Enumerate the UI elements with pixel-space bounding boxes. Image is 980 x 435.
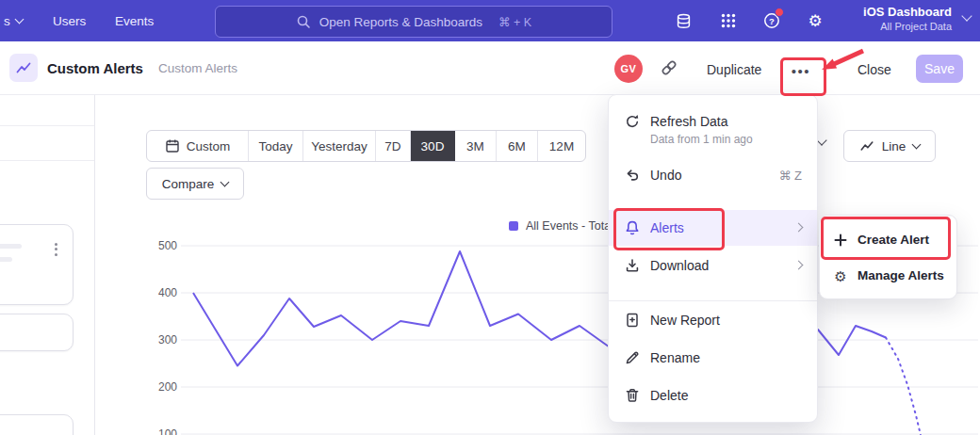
search-icon (296, 14, 311, 29)
menu-item-alerts[interactable]: Alerts (609, 210, 817, 246)
help-button[interactable]: ? (760, 8, 784, 33)
gear-icon: ⚙ (808, 13, 822, 29)
menu-item-label: New Report (650, 313, 720, 328)
date-range-today[interactable]: Today (249, 131, 303, 161)
duplicate-button[interactable]: Duplicate (707, 62, 761, 77)
menu-item-delete[interactable]: Delete (609, 378, 817, 413)
sidebar-divider (0, 125, 94, 126)
save-button[interactable]: Save (916, 55, 963, 83)
chart-type-button[interactable]: Line (843, 130, 936, 162)
date-range-yesterday[interactable]: Yesterday (303, 131, 376, 161)
nav-item-users[interactable]: Users (53, 0, 86, 41)
sidebar-card-line (0, 244, 22, 249)
app-window: s Users Events Open Reports & Dashboards… (0, 0, 980, 435)
line-chart-icon (859, 138, 874, 153)
undo-icon (624, 167, 641, 184)
settings-button[interactable]: ⚙ (803, 8, 827, 33)
pencil-icon (624, 349, 641, 366)
new-report-icon (624, 312, 641, 329)
sidebar-card[interactable] (0, 414, 74, 435)
date-range-7d[interactable]: 7D (376, 131, 411, 161)
svg-text:?: ? (769, 16, 775, 26)
menu-item-label: Rename (650, 350, 700, 365)
line-chart-icon (15, 59, 32, 76)
report-type-icon (9, 54, 38, 82)
apps-grid-button[interactable] (716, 8, 741, 33)
sidebar-card[interactable] (0, 224, 74, 305)
menu-item-label: Download (650, 258, 709, 273)
download-icon (624, 257, 641, 274)
search-shortcut-hint: ⌘ + K (498, 15, 531, 29)
plus-icon (833, 233, 848, 248)
avatar[interactable]: GV (614, 55, 643, 83)
date-range-label: 6M (508, 139, 526, 153)
nav-item-partial-label: s (4, 14, 10, 28)
submenu-item-label: Manage Alerts (858, 268, 944, 282)
top-navbar: s Users Events Open Reports & Dashboards… (0, 0, 980, 41)
menu-item-subtext: Data from 1 min ago (650, 133, 753, 146)
menu-divider (609, 300, 817, 301)
nav-item-events[interactable]: Events (115, 0, 154, 41)
sidebar-card-line (0, 257, 12, 262)
project-title: iOS Dashboard (863, 5, 952, 19)
chevron-down-icon (14, 14, 24, 24)
page-title: Custom Alerts (47, 60, 143, 76)
submenu-item-manage-alerts[interactable]: ⚙ Manage Alerts (820, 259, 956, 293)
calendar-icon (165, 138, 180, 153)
date-range-3m[interactable]: 3M (455, 131, 497, 161)
date-range-12m[interactable]: 12M (538, 131, 585, 161)
chevron-right-icon (794, 223, 804, 233)
data-management-button[interactable] (671, 8, 695, 33)
bell-icon (624, 219, 641, 236)
menu-item-shortcut: ⌘ Z (778, 169, 802, 183)
global-search-input[interactable]: Open Reports & Dashboards ⌘ + K (215, 6, 612, 38)
project-switcher[interactable]: iOS Dashboard All Project Data (863, 5, 952, 32)
gear-icon: ⚙ (833, 268, 848, 283)
link-icon (660, 58, 678, 77)
date-range-label: 7D (384, 139, 400, 153)
date-range-label: Today (258, 139, 292, 153)
database-icon (675, 12, 693, 30)
project-subtitle: All Project Data (863, 21, 952, 32)
menu-item-undo[interactable]: Undo ⌘ Z (609, 157, 817, 193)
menu-item-refresh-data[interactable]: Refresh Data Data from 1 min ago (609, 106, 817, 148)
nav-item-events-label: Events (115, 14, 154, 28)
kebab-menu-icon[interactable] (55, 240, 57, 258)
search-placeholder: Open Reports & Dashboards (319, 15, 482, 29)
menu-item-new-report[interactable]: New Report (609, 302, 817, 338)
submenu-item-label: Create Alert (858, 233, 929, 247)
submenu-item-create-alert[interactable]: Create Alert (820, 223, 956, 257)
date-range-control: Custom Today Yesterday 7D 30D 3M 6M 12M (146, 130, 586, 162)
date-range-label: 30D (421, 139, 445, 153)
date-range-6m[interactable]: 6M (497, 131, 538, 161)
chevron-down-icon (912, 139, 922, 149)
chevron-down-icon (220, 177, 230, 186)
refresh-icon (624, 113, 641, 130)
compare-label: Compare (162, 177, 215, 191)
chart-type-label: Line (882, 139, 906, 153)
chevron-right-icon (794, 261, 804, 270)
date-range-custom[interactable]: Custom (147, 131, 249, 161)
date-range-label: 3M (466, 139, 484, 153)
compare-button[interactable]: Compare (146, 168, 244, 200)
date-range-30d-selected[interactable]: 30D (411, 131, 455, 161)
date-range-label: Custom (187, 139, 231, 153)
menu-item-rename[interactable]: Rename (609, 340, 817, 376)
legend-label: All Events - Total (526, 219, 613, 233)
close-button[interactable]: Close (858, 62, 891, 77)
menu-item-download[interactable]: Download (609, 248, 817, 283)
nav-item-partial[interactable]: s (4, 0, 23, 41)
sidebar-card[interactable] (0, 314, 74, 351)
more-options-button[interactable]: ••• (785, 58, 817, 83)
breadcrumb: Custom Alerts (158, 61, 237, 75)
menu-item-label: Refresh Data (650, 114, 727, 129)
project-chevron-icon (961, 10, 972, 21)
legend-swatch (509, 221, 518, 231)
share-link-button[interactable] (660, 58, 678, 81)
report-header: Custom Alerts Custom Alerts GV Duplicate… (0, 41, 980, 95)
chart-legend: All Events - Total (509, 219, 613, 233)
trash-icon (624, 387, 641, 404)
menu-item-label: Delete (650, 388, 688, 403)
date-range-label: Yesterday (311, 139, 368, 153)
date-range-label: 12M (549, 139, 574, 153)
